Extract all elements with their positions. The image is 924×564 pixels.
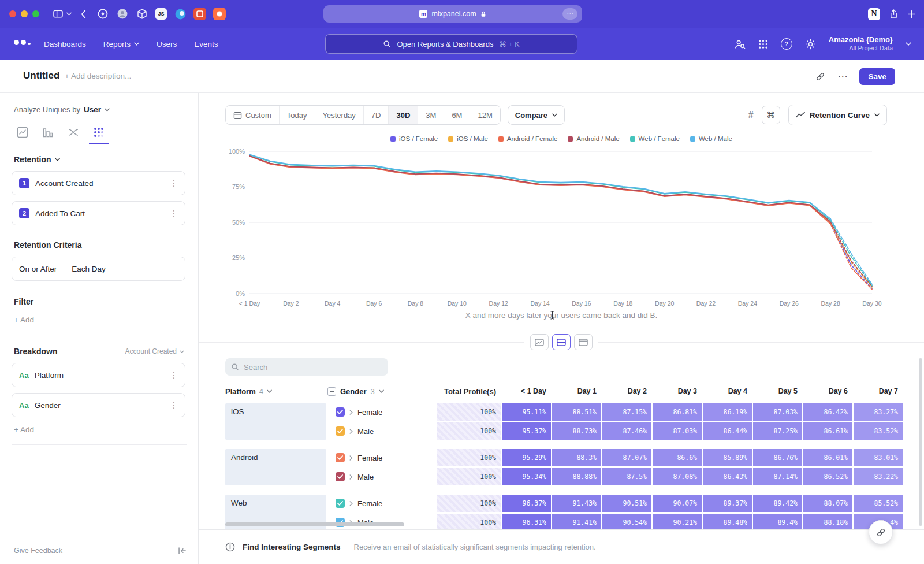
column-header-day[interactable]: Day 2 xyxy=(602,387,651,395)
retention-value-cell[interactable]: 87.5% xyxy=(602,468,651,485)
retention-value-cell[interactable]: 86.42% xyxy=(803,403,852,421)
retention-value-cell[interactable]: 87.14% xyxy=(753,468,802,485)
nav-item-reports[interactable]: Reports xyxy=(103,40,139,49)
extension-icon-orange[interactable] xyxy=(213,8,226,20)
retention-value-cell[interactable]: 88.3% xyxy=(552,449,601,466)
retention-value-cell[interactable]: 88.73% xyxy=(552,422,601,440)
gender-cell[interactable]: Male xyxy=(329,468,437,485)
column-header-day[interactable]: Day 7 xyxy=(854,387,903,395)
retention-value-cell[interactable]: 83.27% xyxy=(854,403,903,421)
date-range-7d[interactable]: 7D xyxy=(363,106,389,124)
save-button[interactable]: Save xyxy=(859,68,895,85)
back-button[interactable] xyxy=(81,10,86,18)
layout-table-only-button[interactable] xyxy=(574,334,593,350)
legend-item[interactable]: Web / Female xyxy=(630,135,680,142)
retention-value-cell[interactable]: 89.37% xyxy=(703,495,752,512)
retention-value-cell[interactable]: 86.19% xyxy=(703,403,752,421)
extension-icon-timer[interactable] xyxy=(96,8,109,20)
retention-value-cell[interactable]: 90.21% xyxy=(653,514,702,531)
criteria-on-or-after[interactable]: On or After xyxy=(19,265,57,273)
criteria-each-day[interactable]: Each Day xyxy=(72,265,106,273)
nav-item-dashboards[interactable]: Dashboards xyxy=(44,40,86,49)
give-feedback-link[interactable]: Give Feedback xyxy=(14,547,62,555)
retention-value-cell[interactable]: 90.54% xyxy=(602,514,651,531)
platform-cell[interactable]: Android xyxy=(225,449,326,485)
compare-button[interactable]: Compare xyxy=(508,105,565,125)
column-header-day[interactable]: Day 3 xyxy=(653,387,702,395)
chevron-down-icon[interactable] xyxy=(66,12,72,16)
retention-value-cell[interactable]: 87.03% xyxy=(753,403,802,421)
table-search-input[interactable]: Search xyxy=(225,358,388,376)
tab-funnels-icon[interactable] xyxy=(38,121,58,144)
extension-icon-cube[interactable] xyxy=(136,8,148,20)
layout-split-button[interactable] xyxy=(552,334,571,350)
breakdown-item-platform[interactable]: AaPlatform⋮ xyxy=(12,363,185,387)
legend-item[interactable]: Android / Female xyxy=(498,135,558,142)
series-checkbox[interactable] xyxy=(336,426,345,436)
retention-value-cell[interactable]: 96.37% xyxy=(502,495,551,512)
floating-share-link-button[interactable] xyxy=(869,520,893,544)
series-checkbox[interactable] xyxy=(336,407,345,417)
zoom-window-button[interactable] xyxy=(32,10,39,17)
extension-icon-blue[interactable] xyxy=(174,8,187,20)
more-options-button[interactable]: ⋯ xyxy=(837,70,848,83)
account-switcher[interactable]: Amazonia {Demo} All Project Data xyxy=(829,35,893,53)
tab-retention-icon[interactable] xyxy=(89,121,109,144)
tab-flows-icon[interactable] xyxy=(64,121,83,144)
tab-insights-icon[interactable] xyxy=(13,121,32,144)
series-checkbox[interactable] xyxy=(336,453,345,462)
retention-value-cell[interactable]: 87.25% xyxy=(753,422,802,440)
vertical-scrollbar-thumb[interactable] xyxy=(919,358,922,526)
retention-value-cell[interactable]: 95.37% xyxy=(502,422,551,440)
date-range-6m[interactable]: 6M xyxy=(444,106,470,124)
breakdown-item-gender[interactable]: AaGender⋮ xyxy=(12,393,185,417)
legend-item[interactable]: iOS / Female xyxy=(390,135,438,142)
retention-value-cell[interactable]: 83.01% xyxy=(854,449,903,466)
column-header-day[interactable]: Day 6 xyxy=(803,387,852,395)
series-checkbox[interactable] xyxy=(336,472,345,481)
global-search-bar[interactable]: Open Reports & Dashboards ⌘ + K xyxy=(325,34,578,54)
new-tab-icon[interactable] xyxy=(907,10,916,18)
retention-value-cell[interactable]: 85.52% xyxy=(854,495,903,512)
retention-value-cell[interactable]: 88.88% xyxy=(552,468,601,485)
column-header-platform[interactable]: Platform 4 xyxy=(225,387,327,396)
notion-extension-icon[interactable]: N xyxy=(868,8,880,20)
annotations-icon[interactable]: # xyxy=(748,110,754,120)
retention-value-cell[interactable]: 89.48% xyxy=(703,514,752,531)
retention-criteria-card[interactable]: On or After Each Day xyxy=(12,257,185,281)
date-range-3m[interactable]: 3M xyxy=(418,106,444,124)
retention-value-cell[interactable]: 96.31% xyxy=(502,514,551,531)
extension-icon-red[interactable] xyxy=(193,8,206,20)
gender-cell[interactable]: Female xyxy=(329,495,437,512)
gender-cell[interactable]: Female xyxy=(329,403,437,421)
gender-indeterminate-checkbox[interactable] xyxy=(327,387,336,396)
breakdown-add-button[interactable]: + Add xyxy=(12,425,187,445)
extension-icon-js[interactable]: JS xyxy=(155,8,167,20)
kebab-menu-icon[interactable]: ⋮ xyxy=(170,370,178,380)
column-header-day[interactable]: < 1 Day xyxy=(502,387,551,395)
date-range-today[interactable]: Today xyxy=(279,106,315,124)
report-title[interactable]: Untitled xyxy=(23,70,59,81)
retention-value-cell[interactable]: 86.01% xyxy=(803,449,852,466)
retention-step-1[interactable]: 1Account Created⋮ xyxy=(12,171,185,195)
retention-value-cell[interactable]: 88.07% xyxy=(803,495,852,512)
retention-value-cell[interactable]: 90.07% xyxy=(653,495,702,512)
page-actions-icon[interactable]: ⋯ xyxy=(562,8,578,20)
platform-cell[interactable]: iOS xyxy=(225,403,326,440)
retention-value-cell[interactable]: 85.89% xyxy=(703,449,752,466)
legend-item[interactable]: iOS / Male xyxy=(448,135,488,142)
retention-value-cell[interactable]: 86.81% xyxy=(653,403,702,421)
retention-value-cell[interactable]: 95.34% xyxy=(502,468,551,485)
collapse-sidebar-icon[interactable] xyxy=(178,547,187,555)
filter-add-button[interactable]: + Add xyxy=(12,316,187,335)
address-bar[interactable]: m mixpanel.com ⋯ xyxy=(323,5,582,23)
retention-value-cell[interactable]: 88.51% xyxy=(552,403,601,421)
date-range-yesterday[interactable]: Yesterday xyxy=(315,106,363,124)
retention-value-cell[interactable]: 91.41% xyxy=(552,514,601,531)
retention-value-cell[interactable]: 87.15% xyxy=(602,403,651,421)
column-header-day[interactable]: Day 5 xyxy=(753,387,802,395)
report-description-placeholder[interactable]: + Add description... xyxy=(65,72,131,80)
date-range-12m[interactable]: 12M xyxy=(470,106,500,124)
kebab-menu-icon[interactable]: ⋮ xyxy=(170,400,178,410)
retention-value-cell[interactable]: 95.11% xyxy=(502,403,551,421)
